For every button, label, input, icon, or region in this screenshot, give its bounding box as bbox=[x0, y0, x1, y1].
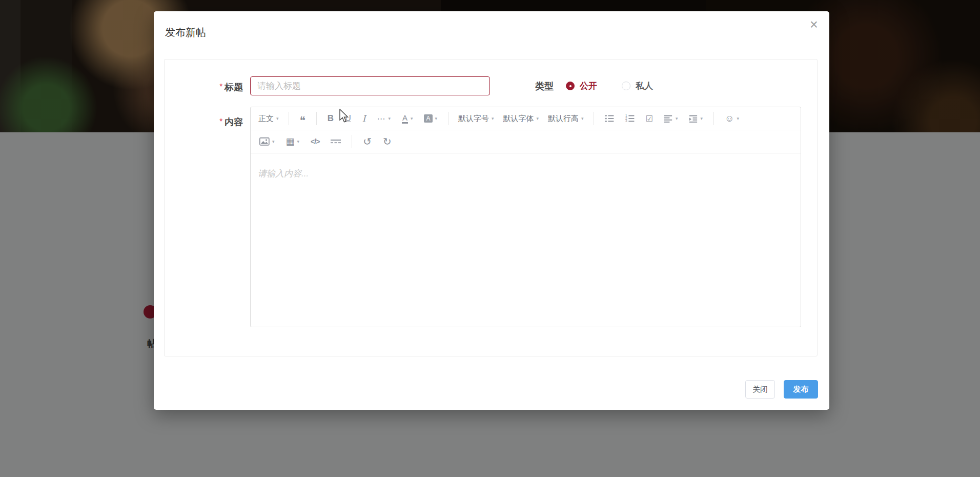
toolbar-divider bbox=[448, 112, 448, 125]
insert-table-dropdown[interactable]: ▦▾ bbox=[280, 130, 305, 153]
chevron-down-icon: ▾ bbox=[676, 116, 678, 121]
required-asterisk: * bbox=[220, 82, 222, 90]
mouse-cursor bbox=[338, 109, 350, 124]
emoji-dropdown[interactable]: ☺▾ bbox=[719, 107, 745, 130]
toolbar-divider bbox=[352, 135, 352, 148]
undo-button[interactable]: ↺ bbox=[357, 130, 377, 153]
toolbar-divider bbox=[289, 112, 289, 125]
svg-text:3: 3 bbox=[625, 119, 627, 123]
bullet-list-button[interactable] bbox=[599, 107, 620, 130]
more-formats-dropdown[interactable]: ⋯▾ bbox=[371, 107, 396, 130]
close-button[interactable]: 关闭 bbox=[745, 380, 775, 399]
image-icon bbox=[259, 137, 270, 146]
ordered-list-icon: 123 bbox=[625, 114, 635, 123]
toolbar-divider bbox=[713, 112, 714, 125]
type-radio-group: 类型 公开 私人 bbox=[535, 76, 678, 95]
radio-private[interactable]: 私人 bbox=[622, 80, 653, 92]
paragraph-style-dropdown[interactable]: 正文▾ bbox=[254, 107, 283, 130]
font-size-dropdown[interactable]: 默认字号▾ bbox=[454, 107, 499, 130]
radio-unselected-icon bbox=[622, 82, 630, 90]
modal-title: 发布新帖 bbox=[165, 26, 206, 39]
chevron-down-icon: ▾ bbox=[435, 116, 438, 121]
toolbar-divider bbox=[594, 112, 594, 125]
editor-toolbar-row2: ▾ ▦▾ </> ↺ ↻ bbox=[251, 130, 801, 153]
indent-dropdown[interactable]: ▾ bbox=[684, 107, 709, 130]
screen: 帖 帖子标题5 (发布人：用户名5) 2025-03-25 16:01:55 发… bbox=[0, 0, 980, 477]
chevron-down-icon: ▾ bbox=[276, 116, 279, 121]
editor-toolbar-row1: 正文▾ ❝ B U I ⋯▾ A▾ A▾ 默认字号▾ 默认字体▾ 默认行高▾ bbox=[251, 107, 801, 130]
content-field-label: *内容 bbox=[165, 116, 243, 128]
insert-image-dropdown[interactable]: ▾ bbox=[254, 130, 280, 153]
chevron-down-icon: ▾ bbox=[537, 116, 539, 121]
chevron-down-icon: ▾ bbox=[492, 116, 494, 121]
post-form: *标题 类型 公开 私人 *内容 正文 bbox=[164, 59, 818, 356]
chevron-down-icon: ▾ bbox=[297, 139, 300, 144]
horizontal-rule-icon bbox=[331, 137, 341, 146]
code-block-button[interactable]: </> bbox=[305, 130, 325, 153]
toolbar-divider bbox=[316, 112, 317, 125]
publish-button[interactable]: 发布 bbox=[784, 380, 818, 399]
bold-button[interactable]: B bbox=[322, 107, 339, 130]
radio-selected-icon bbox=[566, 82, 575, 90]
chevron-down-icon: ▾ bbox=[581, 116, 584, 121]
line-height-dropdown[interactable]: 默认行高▾ bbox=[543, 107, 588, 130]
title-field-label: *标题 bbox=[165, 81, 243, 93]
new-post-modal: 发布新帖 × *标题 类型 公开 私人 *内容 bbox=[154, 11, 829, 410]
align-icon bbox=[664, 114, 673, 123]
title-input[interactable] bbox=[250, 76, 490, 95]
background-color-dropdown[interactable]: A▾ bbox=[418, 107, 443, 130]
bullet-list-icon bbox=[605, 114, 614, 123]
font-family-dropdown[interactable]: 默认字体▾ bbox=[499, 107, 544, 130]
required-asterisk: * bbox=[220, 117, 222, 125]
radio-public-label: 公开 bbox=[580, 80, 597, 92]
editor-content-area[interactable]: 请输入内容... bbox=[251, 153, 801, 327]
radio-private-label: 私人 bbox=[636, 80, 653, 92]
chevron-down-icon: ▾ bbox=[701, 116, 703, 121]
chevron-down-icon: ▾ bbox=[737, 116, 739, 121]
redo-button[interactable]: ↻ bbox=[377, 130, 397, 153]
radio-public[interactable]: 公开 bbox=[566, 80, 597, 92]
chevron-down-icon: ▾ bbox=[388, 116, 391, 121]
type-field-label: 类型 bbox=[535, 80, 554, 92]
editor-placeholder: 请输入内容... bbox=[258, 168, 309, 180]
task-list-button[interactable]: ☑ bbox=[640, 107, 659, 130]
align-dropdown[interactable]: ▾ bbox=[659, 107, 684, 130]
blockquote-button[interactable]: ❝ bbox=[294, 107, 311, 130]
close-icon[interactable]: × bbox=[805, 15, 823, 34]
font-color-dropdown[interactable]: A▾ bbox=[396, 107, 419, 130]
indent-icon bbox=[689, 114, 698, 123]
chevron-down-icon: ▾ bbox=[411, 116, 413, 121]
horizontal-rule-button[interactable] bbox=[325, 130, 346, 153]
italic-button[interactable]: I bbox=[357, 107, 372, 130]
rich-text-editor: 正文▾ ❝ B U I ⋯▾ A▾ A▾ 默认字号▾ 默认字体▾ 默认行高▾ bbox=[250, 107, 801, 327]
ordered-list-button[interactable]: 123 bbox=[620, 107, 640, 130]
chevron-down-icon: ▾ bbox=[272, 139, 275, 144]
